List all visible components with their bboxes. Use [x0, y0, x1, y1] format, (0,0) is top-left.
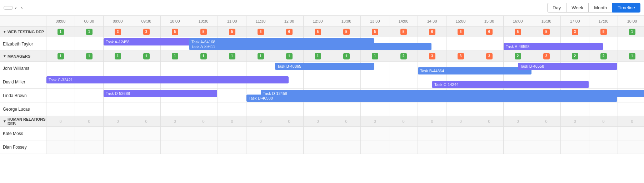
task-bar[interactable]: Task B-46558	[518, 63, 617, 70]
count-badge: 1	[58, 53, 64, 59]
group-count-slot: 0	[475, 116, 504, 127]
count-badge: 5	[515, 29, 521, 35]
header-bar: ‹ › Day Week Month Timeline	[0, 0, 644, 16]
hr-person-label: Kate Moss	[0, 127, 46, 140]
person-row: Elizabeth TaylorTask A-12458Task A-89411…	[0, 37, 644, 51]
group-count-slot: 6	[246, 27, 275, 37]
hr-person-label: Dian Fossey	[0, 140, 46, 154]
time-slot-17:00: 17:00	[561, 16, 589, 27]
count-badge: 1	[258, 53, 264, 59]
time-slot-16:00: 16:00	[504, 16, 532, 27]
task-bar[interactable]: Task B-48865	[275, 63, 374, 70]
next-button[interactable]: ›	[19, 4, 25, 11]
app-container: ‹ › Day Week Month Timeline 08:0008:3009…	[0, 0, 644, 154]
person-time-slot	[246, 62, 275, 75]
task-bar[interactable]: Task C-32421	[46, 76, 289, 83]
month-button[interactable]: Month	[589, 3, 612, 13]
count-badge: 3	[486, 53, 493, 59]
count-badge: 1	[172, 53, 178, 59]
group-count-slot: 5	[189, 27, 218, 37]
hr-time-slot	[161, 140, 189, 154]
person-time-slot	[75, 62, 104, 75]
hr-time-slot	[504, 127, 532, 140]
hr-time-slot	[189, 140, 218, 154]
task-bar[interactable]: Task C-14244	[432, 81, 589, 88]
time-header-label	[0, 16, 46, 27]
group-count-slot: 6	[446, 27, 475, 37]
time-slot-14:00: 14:00	[389, 16, 418, 27]
group-count-slot: 1	[304, 51, 332, 62]
hr-time-slot	[46, 127, 75, 140]
person-time-slot	[46, 102, 75, 116]
task-label: Task B-44864	[420, 69, 444, 73]
count-badge: 2	[572, 53, 578, 59]
group-count-slot: 0	[132, 116, 161, 127]
time-slot-10:00: 10:00	[161, 16, 189, 27]
person-label: Linda Brown	[0, 89, 46, 102]
task-bar[interactable]: Task A-46598	[504, 43, 603, 50]
hr-time-slot	[275, 127, 304, 140]
group-count-slot: 1	[75, 27, 104, 37]
group-count-slot: 0	[361, 116, 389, 127]
person-time-slot	[389, 102, 418, 116]
group-count-slot: 0	[75, 116, 104, 127]
person-time-slot	[304, 102, 332, 116]
count-badge: 2	[600, 53, 607, 59]
group-count-slot: 0	[46, 116, 75, 127]
hr-time-slot	[218, 127, 246, 140]
person-row: George Lucas	[0, 102, 644, 116]
count-badge: 3	[543, 53, 550, 59]
group-count-slot: 1	[189, 51, 218, 62]
hr-person-slots	[46, 140, 644, 154]
prev-button[interactable]: ‹	[13, 4, 19, 11]
count-badge: 3	[572, 29, 578, 35]
hr-time-slot	[218, 140, 246, 154]
time-slot-10:30: 10:30	[189, 16, 218, 27]
group-count-slot: 1	[46, 51, 75, 62]
group-count-slot: 1	[218, 51, 246, 62]
hr-time-slot	[132, 127, 161, 140]
group-label[interactable]: ▼HUMAN RELATIONS DEP.	[0, 116, 46, 127]
count-badge: 5	[315, 29, 321, 35]
person-slots-area: Task C-32421Task C-14244	[46, 75, 644, 89]
group-count-slot: 0	[446, 116, 475, 127]
task-bar[interactable]: Task A-64168	[189, 38, 374, 45]
hr-time-slot	[304, 140, 332, 154]
time-slot-08:30: 08:30	[75, 16, 104, 27]
person-time-slot	[104, 102, 132, 116]
person-slots-area: Task A-12458Task A-89411Task A-64168Task…	[46, 37, 644, 51]
task-bar[interactable]: Task B-44864	[418, 67, 531, 74]
person-row: John WilliamsTask B-48865Task B-44864Tas…	[0, 62, 644, 75]
task-bar[interactable]: Task D-52688	[104, 90, 217, 97]
group-count-slot: 5	[532, 27, 561, 37]
person-slots-area	[46, 102, 644, 116]
person-time-slot	[304, 75, 332, 89]
today-button[interactable]	[4, 6, 13, 10]
count-badge: 5	[400, 29, 407, 35]
timeline-button[interactable]: Timeline	[612, 3, 640, 13]
group-count-slot: 0	[104, 116, 132, 127]
person-time-slot	[218, 89, 246, 102]
group-count-slot: 0	[504, 116, 532, 127]
gantt-scroll-container[interactable]: 08:0008:3009:0009:3010:0010:3011:0011:30…	[0, 16, 644, 154]
task-label: Task C-14244	[434, 82, 459, 87]
group-count-slot: 1	[104, 51, 132, 62]
group-label[interactable]: ▼WEB TESTING DEP.	[0, 27, 46, 37]
task-label: Task C-32421	[49, 78, 73, 82]
task-bar[interactable]: Task D-12458	[261, 90, 644, 97]
group-row-human-relations-dep.: ▼HUMAN RELATIONS DEP.0000000000000000000…	[0, 116, 644, 127]
person-time-slot	[275, 102, 304, 116]
group-count-slot: 0	[189, 116, 218, 127]
group-label[interactable]: ▼MANAGERS	[0, 51, 46, 62]
group-row-managers: ▼MANAGERS111111111111233323221222	[0, 51, 644, 62]
hr-time-slot	[46, 140, 75, 154]
group-count-slot: 5	[504, 27, 532, 37]
count-badge: 3	[115, 29, 121, 35]
week-button[interactable]: Week	[566, 3, 589, 13]
group-count-slot: 5	[389, 27, 418, 37]
day-button[interactable]: Day	[547, 3, 566, 13]
person-time-slot	[104, 62, 132, 75]
count-badge: 1	[343, 53, 350, 59]
count-badge: 5	[372, 29, 378, 35]
count-badge: 3	[429, 53, 435, 59]
